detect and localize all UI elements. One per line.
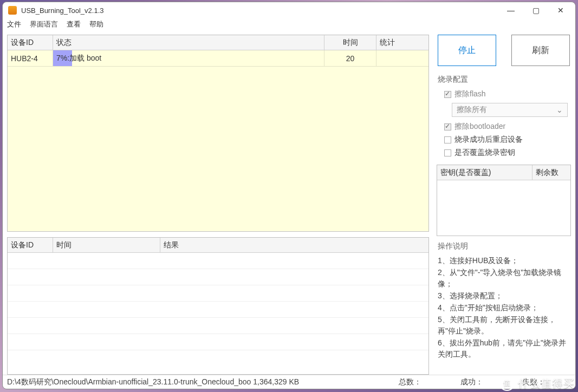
col-remain[interactable]: 剩余数 <box>532 165 570 180</box>
left-column: 设备ID 状态 时间 统计 HUB2-4 7%:加载 boot <box>7 35 429 375</box>
titlebar: USB_Burning_Tool_v2.1.3 — ▢ ✕ <box>3 2 575 18</box>
checkbox-icon <box>444 136 451 143</box>
app-icon <box>8 6 17 15</box>
cell-status: 7%:加载 boot <box>53 50 324 66</box>
col-result-id[interactable]: 设备ID <box>8 238 53 252</box>
client-area: 设备ID 状态 时间 统计 HUB2-4 7%:加载 boot <box>3 32 575 375</box>
cell-device-id: HUB2-4 <box>8 50 53 66</box>
opt-erase-flash[interactable]: 擦除flash <box>438 88 570 101</box>
opt-label: 烧录成功后重启设备 <box>454 135 523 145</box>
progress-percent: 7% <box>56 54 67 62</box>
col-stat[interactable]: 统计 <box>376 35 428 50</box>
table-row[interactable]: HUB2-4 7%:加载 boot 20 <box>8 50 428 67</box>
opt-overwrite-key[interactable]: 是否覆盖烧录密钥 <box>438 146 570 159</box>
menu-view[interactable]: 查看 <box>67 19 81 29</box>
col-time[interactable]: 时间 <box>324 35 376 50</box>
cell-time: 20 <box>324 50 376 66</box>
instructions: 操作说明 1、连接好HUB及设备； 2、从"文件"-"导入烧录包"加载烧录镜像；… <box>437 240 571 375</box>
button-row: 停止 刷新 <box>437 35 571 73</box>
table-row <box>8 334 428 350</box>
col-device-id[interactable]: 设备ID <box>8 35 53 50</box>
brand-logo-icon: 值 <box>499 376 515 391</box>
table-row <box>8 253 428 269</box>
device-grid-header: 设备ID 状态 时间 统计 <box>8 35 428 50</box>
right-column: 停止 刷新 烧录配置 擦除flash 擦除所有 ⌄ 擦除bootloader <box>437 35 571 375</box>
device-grid-body: HUB2-4 7%:加载 boot 20 <box>8 50 428 231</box>
menu-language[interactable]: 界面语言 <box>30 19 58 29</box>
result-grid: 设备ID 时间 结果 <box>7 237 429 375</box>
opt-label: 擦除flash <box>454 89 486 99</box>
statusbar: D:\4数码研究\Onecloud\Armbian-unofficial_23.… <box>3 375 575 389</box>
refresh-button[interactable]: 刷新 <box>511 35 570 66</box>
device-grid: 设备ID 状态 时间 统计 HUB2-4 7%:加载 boot <box>7 35 429 232</box>
maximize-button[interactable]: ▢ <box>523 2 548 18</box>
col-key[interactable]: 密钥(是否覆盖) <box>437 165 532 180</box>
table-row <box>8 302 428 318</box>
close-button[interactable]: ✕ <box>548 2 573 18</box>
opt-erase-bootloader[interactable]: 擦除bootloader <box>438 120 570 133</box>
watermark: 值 什么值得买 <box>499 376 575 391</box>
instruction-line: 3、选择烧录配置； <box>438 290 570 302</box>
status-size: 1,364,329 KB <box>253 377 299 386</box>
progress-text: 加载 boot <box>69 54 101 62</box>
stop-button[interactable]: 停止 <box>438 35 496 66</box>
brand-text: 什么值得买 <box>518 376 575 391</box>
app-window: USB_Burning_Tool_v2.1.3 — ▢ ✕ 文件 界面语言 查看… <box>2 2 576 389</box>
instruction-line: 1、连接好HUB及设备； <box>438 255 570 266</box>
instruction-line: 2、从"文件"-"导入烧录包"加载烧录镜像； <box>438 267 570 290</box>
key-grid: 密钥(是否覆盖) 剩余数 <box>437 165 571 236</box>
chevron-down-icon: ⌄ <box>556 106 563 114</box>
window-title: USB_Burning_Tool_v2.1.3 <box>21 6 498 15</box>
opt-label: 擦除bootloader <box>454 122 505 132</box>
col-status[interactable]: 状态 <box>53 35 324 50</box>
erase-mode-select[interactable]: 擦除所有 ⌄ <box>452 103 568 117</box>
col-result-time[interactable]: 时间 <box>53 238 160 252</box>
key-grid-header: 密钥(是否覆盖) 剩余数 <box>437 165 570 180</box>
instruction-line: 5、关闭工具前，先断开设备连接，再"停止"烧录。 <box>438 314 570 337</box>
opt-reboot-after[interactable]: 烧录成功后重启设备 <box>438 133 570 146</box>
table-row <box>8 318 428 334</box>
status-path: D:\4数码研究\Onecloud\Armbian-unofficial_23.… <box>7 377 251 386</box>
table-row <box>8 285 428 302</box>
checkbox-icon <box>444 123 451 130</box>
opt-label: 是否覆盖烧录密钥 <box>454 148 515 158</box>
cell-stat <box>376 50 428 66</box>
menu-help[interactable]: 帮助 <box>89 19 103 29</box>
result-grid-body <box>8 253 428 374</box>
instruction-line: 6、拔出外置hub前，请先"停止"烧录并关闭工具。 <box>438 337 570 360</box>
window-controls: — ▢ ✕ <box>498 2 573 18</box>
table-row <box>8 269 428 285</box>
checkbox-icon <box>444 91 451 98</box>
checkbox-icon <box>444 149 451 156</box>
instruction-line: 4、点击"开始"按钮启动烧录； <box>438 302 570 313</box>
burn-config: 烧录配置 擦除flash 擦除所有 ⌄ 擦除bootloader 烧录成功后重启… <box>437 73 571 165</box>
status-total: 总数： <box>399 377 458 387</box>
menubar: 文件 界面语言 查看 帮助 <box>3 18 575 32</box>
result-grid-header: 设备ID 时间 结果 <box>8 238 428 253</box>
config-title: 烧录配置 <box>438 75 570 84</box>
menu-file[interactable]: 文件 <box>7 19 21 29</box>
col-result[interactable]: 结果 <box>160 238 428 252</box>
minimize-button[interactable]: — <box>498 2 523 18</box>
select-value: 擦除所有 <box>457 105 487 115</box>
instructions-title: 操作说明 <box>438 240 570 252</box>
